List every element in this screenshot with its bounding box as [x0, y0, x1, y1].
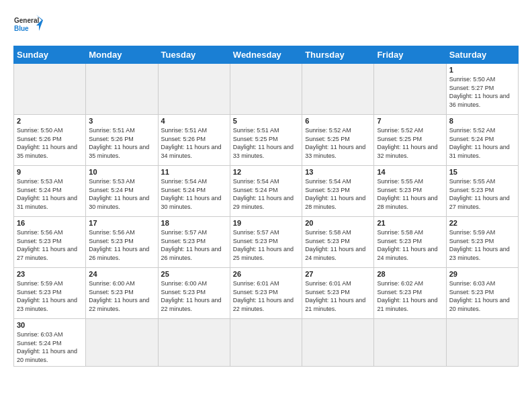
day-info: Sunrise: 5:52 AMSunset: 5:25 PMDaylight:…: [377, 126, 443, 160]
day-number: 3: [89, 117, 154, 125]
day-number: 7: [377, 117, 443, 125]
day-info: Sunrise: 5:55 AMSunset: 5:23 PMDaylight:…: [449, 177, 515, 211]
day-info: Sunrise: 5:58 AMSunset: 5:23 PMDaylight:…: [377, 228, 443, 262]
day-number: 20: [305, 219, 371, 227]
calendar-cell: 8Sunrise: 5:52 AMSunset: 5:24 PMDaylight…: [446, 115, 518, 166]
day-info: Sunrise: 5:57 AMSunset: 5:23 PMDaylight:…: [233, 228, 299, 262]
calendar-cell: 9Sunrise: 5:53 AMSunset: 5:24 PMDaylight…: [14, 166, 86, 217]
calendar-cell: 6Sunrise: 5:52 AMSunset: 5:25 PMDaylight…: [302, 115, 374, 166]
day-info: Sunrise: 5:51 AMSunset: 5:26 PMDaylight:…: [89, 126, 154, 160]
calendar-cell: 20Sunrise: 5:58 AMSunset: 5:23 PMDayligh…: [302, 217, 374, 268]
day-info: Sunrise: 5:52 AMSunset: 5:25 PMDaylight:…: [305, 126, 371, 160]
day-info: Sunrise: 5:50 AMSunset: 5:27 PMDaylight:…: [449, 75, 515, 109]
header: General Blue: [13, 11, 519, 40]
header-tuesday: Tuesday: [158, 46, 230, 64]
day-info: Sunrise: 5:53 AMSunset: 5:24 PMDaylight:…: [89, 177, 154, 211]
day-info: Sunrise: 6:00 AMSunset: 5:23 PMDaylight:…: [89, 279, 154, 313]
calendar-cell: 7Sunrise: 5:52 AMSunset: 5:25 PMDaylight…: [374, 115, 446, 166]
header-sunday: Sunday: [14, 46, 86, 64]
week-row: 23Sunrise: 5:59 AMSunset: 5:23 PMDayligh…: [14, 268, 519, 319]
week-row: 30Sunrise: 6:03 AMSunset: 5:24 PMDayligh…: [14, 319, 519, 367]
day-info: Sunrise: 5:54 AMSunset: 5:24 PMDaylight:…: [233, 177, 299, 211]
logo: General Blue: [13, 11, 43, 40]
calendar-cell: 17Sunrise: 5:56 AMSunset: 5:23 PMDayligh…: [86, 217, 158, 268]
day-number: 10: [89, 168, 154, 176]
day-info: Sunrise: 5:59 AMSunset: 5:23 PMDaylight:…: [17, 279, 83, 313]
day-number: 11: [161, 168, 227, 176]
calendar-cell: [230, 319, 302, 367]
page: General Blue SundayMondayTuesdayWednesda…: [0, 0, 532, 373]
day-info: Sunrise: 5:58 AMSunset: 5:23 PMDaylight:…: [305, 228, 371, 262]
day-number: 8: [449, 117, 515, 125]
day-info: Sunrise: 5:56 AMSunset: 5:23 PMDaylight:…: [17, 228, 83, 262]
day-number: 15: [449, 168, 515, 176]
day-info: Sunrise: 6:03 AMSunset: 5:23 PMDaylight:…: [449, 279, 515, 313]
day-info: Sunrise: 6:01 AMSunset: 5:23 PMDaylight:…: [233, 279, 299, 313]
calendar-cell: [374, 64, 446, 115]
day-info: Sunrise: 6:03 AMSunset: 5:24 PMDaylight:…: [17, 330, 83, 364]
calendar-cell: 16Sunrise: 5:56 AMSunset: 5:23 PMDayligh…: [14, 217, 86, 268]
calendar-cell: [230, 64, 302, 115]
day-number: 19: [233, 219, 299, 227]
day-info: Sunrise: 6:00 AMSunset: 5:23 PMDaylight:…: [161, 279, 227, 313]
day-number: 30: [17, 321, 83, 329]
calendar-cell: 18Sunrise: 5:57 AMSunset: 5:23 PMDayligh…: [158, 217, 230, 268]
calendar-cell: 4Sunrise: 5:51 AMSunset: 5:26 PMDaylight…: [158, 115, 230, 166]
calendar-cell: 11Sunrise: 5:54 AMSunset: 5:24 PMDayligh…: [158, 166, 230, 217]
week-row: 16Sunrise: 5:56 AMSunset: 5:23 PMDayligh…: [14, 217, 519, 268]
header-thursday: Thursday: [302, 46, 374, 64]
calendar-cell: [158, 64, 230, 115]
day-info: Sunrise: 5:51 AMSunset: 5:26 PMDaylight:…: [161, 126, 227, 160]
calendar-cell: 29Sunrise: 6:03 AMSunset: 5:23 PMDayligh…: [446, 268, 518, 319]
day-number: 22: [449, 219, 515, 227]
day-info: Sunrise: 5:52 AMSunset: 5:24 PMDaylight:…: [449, 126, 515, 160]
day-number: 23: [17, 270, 83, 278]
day-info: Sunrise: 5:55 AMSunset: 5:23 PMDaylight:…: [377, 177, 443, 211]
day-number: 9: [17, 168, 83, 176]
calendar-cell: 10Sunrise: 5:53 AMSunset: 5:24 PMDayligh…: [86, 166, 158, 217]
calendar-cell: 25Sunrise: 6:00 AMSunset: 5:23 PMDayligh…: [158, 268, 230, 319]
calendar-cell: 27Sunrise: 6:01 AMSunset: 5:23 PMDayligh…: [302, 268, 374, 319]
day-info: Sunrise: 5:50 AMSunset: 5:26 PMDaylight:…: [17, 126, 83, 160]
calendar-cell: 2Sunrise: 5:50 AMSunset: 5:26 PMDaylight…: [14, 115, 86, 166]
calendar-cell: 13Sunrise: 5:54 AMSunset: 5:23 PMDayligh…: [302, 166, 374, 217]
calendar-cell: 30Sunrise: 6:03 AMSunset: 5:24 PMDayligh…: [14, 319, 86, 367]
calendar-cell: [374, 319, 446, 367]
calendar-cell: [302, 64, 374, 115]
day-number: 28: [377, 270, 443, 278]
day-number: 29: [449, 270, 515, 278]
day-number: 18: [161, 219, 227, 227]
day-info: Sunrise: 5:54 AMSunset: 5:23 PMDaylight:…: [305, 177, 371, 211]
week-row: 9Sunrise: 5:53 AMSunset: 5:24 PMDaylight…: [14, 166, 519, 217]
svg-text:Blue: Blue: [14, 25, 29, 32]
calendar-cell: 26Sunrise: 6:01 AMSunset: 5:23 PMDayligh…: [230, 268, 302, 319]
day-number: 16: [17, 219, 83, 227]
day-info: Sunrise: 5:54 AMSunset: 5:24 PMDaylight:…: [161, 177, 227, 211]
calendar-table: SundayMondayTuesdayWednesdayThursdayFrid…: [13, 46, 519, 367]
calendar-cell: [302, 319, 374, 367]
week-row: 1Sunrise: 5:50 AMSunset: 5:27 PMDaylight…: [14, 64, 519, 115]
calendar-cell: [86, 64, 158, 115]
svg-text:General: General: [14, 17, 39, 24]
day-info: Sunrise: 6:02 AMSunset: 5:23 PMDaylight:…: [377, 279, 443, 313]
header-monday: Monday: [86, 46, 158, 64]
calendar-cell: [14, 64, 86, 115]
calendar-cell: 14Sunrise: 5:55 AMSunset: 5:23 PMDayligh…: [374, 166, 446, 217]
calendar-cell: 19Sunrise: 5:57 AMSunset: 5:23 PMDayligh…: [230, 217, 302, 268]
calendar-cell: 5Sunrise: 5:51 AMSunset: 5:25 PMDaylight…: [230, 115, 302, 166]
day-number: 6: [305, 117, 371, 125]
day-number: 12: [233, 168, 299, 176]
header-friday: Friday: [374, 46, 446, 64]
generalblue-logo-icon: General Blue: [13, 11, 43, 40]
day-number: 27: [305, 270, 371, 278]
calendar-cell: 28Sunrise: 6:02 AMSunset: 5:23 PMDayligh…: [374, 268, 446, 319]
day-number: 26: [233, 270, 299, 278]
day-number: 21: [377, 219, 443, 227]
day-number: 13: [305, 168, 371, 176]
header-saturday: Saturday: [446, 46, 518, 64]
day-info: Sunrise: 5:59 AMSunset: 5:23 PMDaylight:…: [449, 228, 515, 262]
calendar-cell: 3Sunrise: 5:51 AMSunset: 5:26 PMDaylight…: [86, 115, 158, 166]
calendar-cell: 12Sunrise: 5:54 AMSunset: 5:24 PMDayligh…: [230, 166, 302, 217]
header-wednesday: Wednesday: [230, 46, 302, 64]
day-number: 5: [233, 117, 299, 125]
